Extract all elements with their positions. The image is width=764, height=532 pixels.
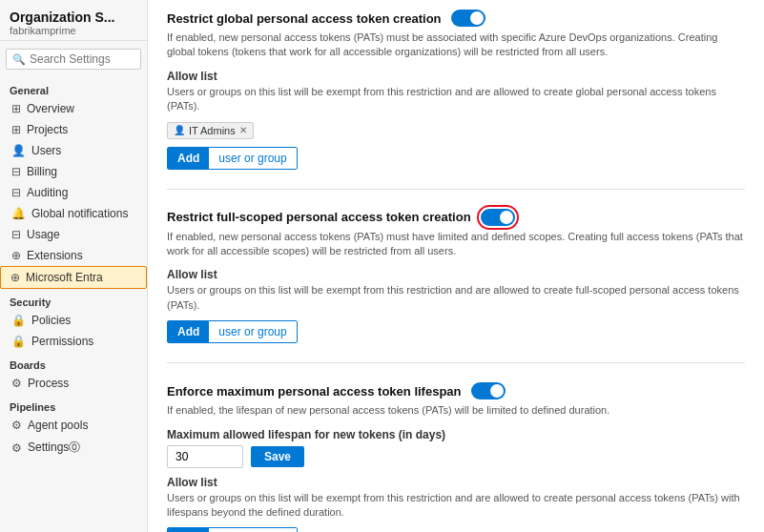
sidebar-item-auditing[interactable]: ⊟Auditing: [0, 182, 147, 203]
tag-row: 👤IT Admins✕: [167, 122, 745, 139]
section-header-enforce-max-lifespan: Enforce maximum personal access token li…: [167, 382, 745, 399]
sidebar-item-global-notifications[interactable]: 🔔Global notifications: [0, 203, 147, 224]
add-target-label: user or group: [209, 148, 296, 169]
org-title: Organization S...: [10, 10, 137, 25]
sidebar-section-label: Security: [0, 289, 147, 310]
add-label[interactable]: Add: [168, 528, 209, 532]
sidebar-item-billing[interactable]: ⊟Billing: [0, 161, 147, 182]
lifespan-input[interactable]: [167, 445, 243, 468]
usage-icon: ⊟: [11, 228, 21, 241]
allow-list-label: Allow list: [167, 70, 745, 83]
sidebar-nav: General⊞Overview⊞Projects👤Users⊟Billing⊟…: [0, 77, 147, 460]
billing-icon: ⊟: [11, 165, 21, 178]
allow-list-desc: Users or groups on this list will be exe…: [167, 283, 745, 313]
add-label[interactable]: Add: [168, 148, 209, 169]
sidebar: Organization S... fabrikamprime 🔍 Genera…: [0, 0, 148, 532]
section-title-restrict-global-pat: Restrict global personal access token cr…: [167, 11, 442, 26]
microsoft-entra-icon: ⊕: [10, 271, 20, 284]
sidebar-item-label: Extensions: [27, 249, 83, 262]
section-desc-restrict-full-scoped-pat: If enabled, new personal access tokens (…: [167, 230, 745, 259]
sidebar-item-microsoft-entra[interactable]: ⊕Microsoft Entra: [0, 266, 147, 289]
search-box[interactable]: 🔍: [6, 49, 141, 70]
sidebar-item-label: Auditing: [27, 186, 68, 199]
sidebar-item-users[interactable]: 👤Users: [0, 140, 147, 161]
add-user-group-button[interactable]: Adduser or group: [167, 147, 298, 170]
sidebar-item-label: Usage: [27, 228, 60, 241]
sidebar-item-label: Microsoft Entra: [26, 271, 103, 284]
sidebar-item-label: Projects: [27, 123, 68, 136]
users-icon: 👤: [11, 144, 26, 157]
sidebar-section-label: Pipelines: [0, 394, 147, 415]
allow-list-desc: Users or groups on this list will be exe…: [167, 85, 745, 114]
sidebar-item-label: Users: [31, 144, 61, 157]
extensions-icon: ⊕: [11, 249, 21, 262]
section-restrict-global-pat: Restrict global personal access token cr…: [167, 10, 745, 190]
main-sections: Restrict global personal access token cr…: [167, 10, 745, 532]
projects-icon: ⊞: [11, 123, 21, 136]
sidebar-section-label: General: [0, 77, 147, 98]
sidebar-header: Organization S... fabrikamprime: [0, 0, 147, 41]
section-header-restrict-global-pat: Restrict global personal access token cr…: [167, 10, 745, 27]
toggle-enforce-max-lifespan[interactable]: [471, 382, 506, 399]
process-icon: ⚙: [11, 377, 22, 390]
tag-close-button[interactable]: ✕: [239, 125, 247, 135]
section-title-enforce-max-lifespan: Enforce maximum personal access token li…: [167, 384, 462, 399]
toggle-restrict-global-pat[interactable]: [451, 10, 485, 27]
add-label[interactable]: Add: [168, 321, 209, 342]
add-target-label: user or group: [209, 321, 296, 342]
tag-label: IT Admins: [189, 125, 236, 136]
allow-list-label: Allow list: [167, 268, 745, 281]
section-title-restrict-full-scoped-pat: Restrict full-scoped personal access tok…: [167, 210, 471, 224]
sidebar-item-label: Process: [28, 377, 69, 390]
add-target-label: user or group: [209, 528, 296, 532]
section-desc-enforce-max-lifespan: If enabled, the lifespan of new personal…: [167, 403, 745, 418]
sidebar-item-label: Global notifications: [31, 207, 128, 220]
sidebar-item-permissions[interactable]: 🔒Permissions: [0, 331, 147, 352]
sidebar-item-usage[interactable]: ⊟Usage: [0, 224, 147, 245]
lifespan-input-row: Save: [167, 445, 745, 468]
sidebar-item-settings[interactable]: ⚙Settings⓪: [0, 436, 147, 460]
sidebar-item-label: Billing: [27, 165, 57, 178]
sidebar-item-label: Settings⓪: [28, 440, 80, 456]
allow-list-label: Allow list: [167, 476, 745, 489]
allow-list-desc: Users or groups on this list will be exe…: [167, 491, 745, 521]
section-header-restrict-full-scoped-pat: Restrict full-scoped personal access tok…: [167, 209, 745, 226]
sidebar-section-label: Boards: [0, 352, 147, 373]
add-user-group-button[interactable]: Adduser or group: [167, 527, 298, 532]
main-content: Restrict global personal access token cr…: [148, 0, 764, 532]
sidebar-item-label: Overview: [27, 102, 74, 115]
settings-icon: ⚙: [11, 441, 22, 455]
sidebar-item-overview[interactable]: ⊞Overview: [0, 98, 147, 119]
overview-icon: ⊞: [11, 102, 21, 115]
lifespan-label: Maximum allowed lifespan for new tokens …: [167, 428, 745, 441]
sidebar-item-process[interactable]: ⚙Process: [0, 373, 147, 394]
section-enforce-max-lifespan: Enforce maximum personal access token li…: [167, 382, 745, 532]
section-desc-restrict-global-pat: If enabled, new personal access tokens (…: [167, 31, 745, 60]
sidebar-item-policies[interactable]: 🔒Policies: [0, 310, 147, 331]
sidebar-item-label: Agent pools: [28, 419, 88, 432]
policies-icon: 🔒: [11, 314, 26, 327]
permissions-icon: 🔒: [11, 335, 26, 348]
add-user-group-button[interactable]: Adduser or group: [167, 320, 298, 343]
org-subtitle: fabrikamprime: [10, 25, 137, 36]
sidebar-item-label: Permissions: [31, 335, 93, 348]
tag-icon: 👤: [174, 125, 185, 135]
search-icon: 🔍: [12, 53, 26, 66]
sidebar-item-label: Policies: [31, 314, 71, 327]
search-input[interactable]: [30, 52, 134, 66]
global-notifications-icon: 🔔: [11, 207, 26, 220]
sidebar-item-extensions[interactable]: ⊕Extensions: [0, 245, 147, 266]
agent-pools-icon: ⚙: [11, 419, 22, 432]
section-restrict-full-scoped-pat: Restrict full-scoped personal access tok…: [167, 209, 745, 364]
toggle-restrict-full-scoped-pat[interactable]: [481, 209, 515, 226]
auditing-icon: ⊟: [11, 186, 21, 199]
sidebar-item-projects[interactable]: ⊞Projects: [0, 119, 147, 140]
sidebar-item-agent-pools[interactable]: ⚙Agent pools: [0, 415, 147, 436]
tag-it-admins: 👤IT Admins✕: [167, 122, 254, 139]
save-button[interactable]: Save: [251, 446, 304, 467]
